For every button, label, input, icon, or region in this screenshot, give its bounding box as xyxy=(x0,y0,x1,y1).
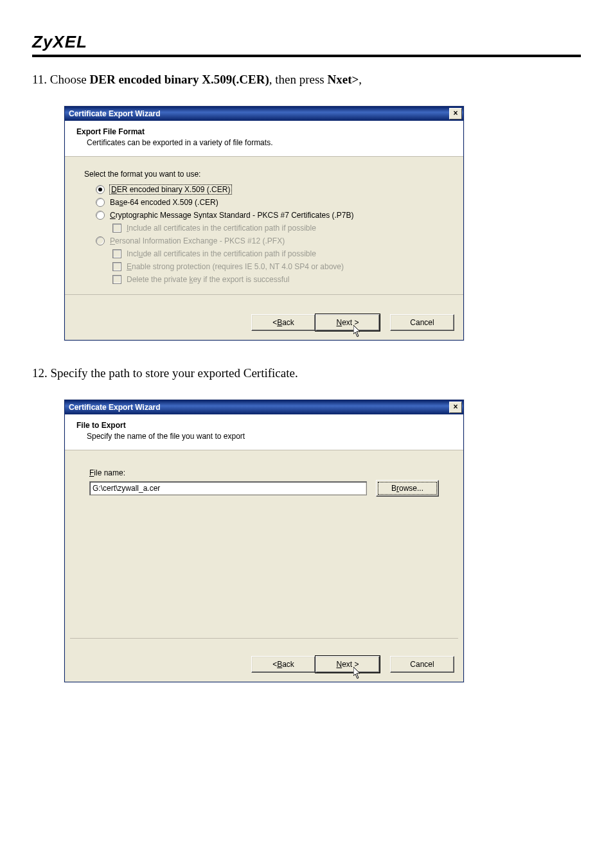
next-button[interactable]: Next > xyxy=(315,314,380,331)
sub-include-p7b-label: Include all certificates in the certific… xyxy=(127,224,316,233)
option-pfx-label: Personal Information Exchange - PKCS #12… xyxy=(110,236,285,245)
label-rest: ack xyxy=(282,660,294,669)
close-icon[interactable]: × xyxy=(449,108,462,120)
option-base64[interactable]: Base-64 encoded X.509 (.CER) xyxy=(96,198,444,207)
instruction-12: 12. Specify the path to store your expor… xyxy=(32,366,581,380)
label-rest: ey if the export is successful xyxy=(193,275,289,284)
button-bar: < Back Next > Cancel xyxy=(65,306,463,340)
sub-include-pfx-label: Include all certificates in the certific… xyxy=(127,249,316,258)
next-button[interactable]: Next > xyxy=(315,656,380,673)
label-rest: ext > xyxy=(342,660,359,669)
file-name-input[interactable] xyxy=(89,481,367,495)
dialog-export-format: Certificate Export Wizard × Export File … xyxy=(64,106,464,341)
separator xyxy=(65,294,463,295)
label-rest: ryptographic Message Syntax Standard - P… xyxy=(116,211,354,220)
checkbox-icon xyxy=(112,224,121,233)
wizard-header-subtitle: Specify the name of the file you want to… xyxy=(87,432,452,441)
brand-rule xyxy=(32,55,581,57)
label-rest: ER encoded binary X.509 (.CER) xyxy=(117,185,231,194)
radio-icon[interactable] xyxy=(96,185,105,194)
label-rest: ack xyxy=(282,318,294,327)
checkbox-icon xyxy=(112,275,121,284)
dialog-file-to-export: Certificate Export Wizard × File to Expo… xyxy=(64,400,464,682)
cursor-icon xyxy=(353,667,363,680)
label-pre: Incl xyxy=(127,249,139,258)
wizard-header-subtitle: Certificates can be exported in a variet… xyxy=(87,138,452,147)
radio-icon[interactable] xyxy=(96,198,105,207)
label-rest: owse... xyxy=(399,484,423,493)
label-rest: e-64 encoded X.509 (.CER) xyxy=(123,198,218,207)
instruction-11-mid: , then press xyxy=(269,73,328,86)
cancel-button[interactable]: Cancel xyxy=(390,314,454,331)
file-name-label: File name: xyxy=(89,468,439,477)
mnemonic: N xyxy=(336,660,342,669)
mnemonic: P xyxy=(110,236,115,245)
option-pfx: Personal Information Exchange - PKCS #12… xyxy=(96,236,444,245)
wizard-body: Select the format you want to use: DER e… xyxy=(65,157,463,306)
mnemonic: B xyxy=(277,318,282,327)
label-rest: ersonal Information Exchange - PKCS #12 … xyxy=(115,236,285,245)
mnemonic: B xyxy=(277,660,282,669)
radio-icon[interactable] xyxy=(96,211,105,220)
label-pre: < xyxy=(272,660,277,669)
mnemonic: N xyxy=(336,318,342,327)
sub-strong-protection-label: Enable strong protection (requires IE 5.… xyxy=(127,262,344,271)
sub-include-pfx: Include all certificates in the certific… xyxy=(112,249,444,258)
option-base64-label: Base-64 encoded X.509 (.CER) xyxy=(110,198,218,207)
close-icon[interactable]: × xyxy=(449,402,462,413)
checkbox-icon xyxy=(112,262,121,271)
format-section-label: Select the format you want to use: xyxy=(84,170,444,179)
label-pre: B xyxy=(391,484,396,493)
label-pre: Delete the private xyxy=(127,275,189,284)
back-button[interactable]: < Back xyxy=(251,314,315,331)
label-rest: nable strong protection (requires IE 5.0… xyxy=(132,262,344,271)
sub-delete-key-label: Delete the private key if the export is … xyxy=(127,275,289,284)
separator xyxy=(70,638,458,639)
button-bar: < Back Next > Cancel xyxy=(65,648,463,682)
wizard-header: File to Export Specify the name of the f… xyxy=(65,414,463,450)
instruction-11-prefix: 11. Choose xyxy=(32,73,90,86)
instruction-11-suffix: , xyxy=(359,73,362,86)
label-rest: ext > xyxy=(342,318,359,327)
mnemonic: D xyxy=(111,185,117,194)
option-der[interactable]: DER encoded binary X.509 (.CER) xyxy=(96,185,444,194)
sub-strong-protection: Enable strong protection (requires IE 5.… xyxy=(112,262,444,271)
label-pre: < xyxy=(272,318,277,327)
label-rest: de all certificates in the certification… xyxy=(143,249,315,258)
wizard-header: Export File Format Certificates can be e… xyxy=(65,121,463,157)
titlebar-text: Certificate Export Wizard xyxy=(69,109,161,118)
instruction-11-bold1: DER encoded binary X.509(.CER) xyxy=(90,73,269,86)
checkbox-icon xyxy=(112,249,121,258)
sub-include-p7b: Include all certificates in the certific… xyxy=(112,224,444,233)
radio-icon xyxy=(96,236,105,245)
instruction-11-bold2: Nxet> xyxy=(328,73,359,86)
titlebar: Certificate Export Wizard × xyxy=(65,400,463,414)
label-pre: Ba xyxy=(110,198,120,207)
wizard-header-title: File to Export xyxy=(76,421,452,430)
label-rest: nclude all certificates in the certifica… xyxy=(129,224,316,233)
wizard-body: File name: Browse... xyxy=(65,450,463,648)
option-p7b-label: Cryptographic Message Syntax Standard - … xyxy=(110,211,354,220)
brand-logo: ZyXEL xyxy=(32,32,581,52)
label-rest: ile name: xyxy=(94,468,125,477)
instruction-11: 11. Choose DER encoded binary X.509(.CER… xyxy=(32,73,581,87)
option-der-label: DER encoded binary X.509 (.CER) xyxy=(110,185,231,194)
titlebar: Certificate Export Wizard × xyxy=(65,107,463,121)
mnemonic: C xyxy=(110,211,116,220)
back-button[interactable]: < Back xyxy=(251,656,315,673)
titlebar-text: Certificate Export Wizard xyxy=(69,403,161,412)
cancel-button[interactable]: Cancel xyxy=(390,656,454,673)
browse-button[interactable]: Browse... xyxy=(376,480,439,497)
sub-delete-key: Delete the private key if the export is … xyxy=(112,275,444,284)
mnemonic: E xyxy=(127,262,132,271)
wizard-header-title: Export File Format xyxy=(76,127,452,136)
option-p7b[interactable]: Cryptographic Message Syntax Standard - … xyxy=(96,211,444,220)
cursor-icon xyxy=(353,325,363,338)
